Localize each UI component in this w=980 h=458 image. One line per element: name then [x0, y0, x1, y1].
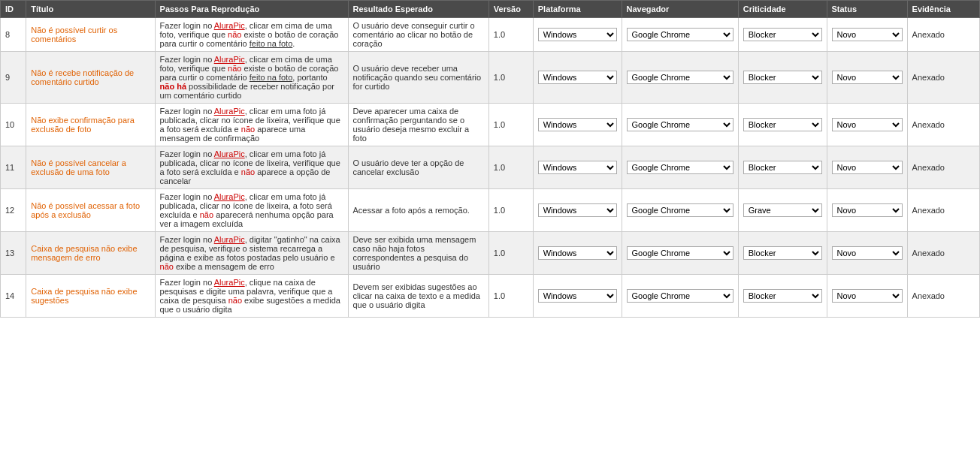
cell-titulo: Não é possível acessar a foto após a exc…	[26, 189, 155, 232]
plataforma-select[interactable]: WindowsMacLinuxAndroidiOS	[538, 118, 617, 131]
cell-navegador[interactable]: Google ChromeFirefoxSafariEdgeOpera	[622, 104, 738, 146]
cell-passos: Fazer login no AluraPic, clicar em uma f…	[155, 104, 348, 146]
cell-criticidade[interactable]: BlockerGraveModeradoLeve	[738, 232, 827, 275]
cell-id: 14	[1, 275, 26, 318]
table-row: 9Não é recebe notificação de comentário …	[1, 52, 980, 104]
cell-criticidade[interactable]: BlockerGraveModeradoLeve	[738, 146, 827, 189]
cell-navegador[interactable]: Google ChromeFirefoxSafariEdgeOpera	[622, 146, 738, 189]
cell-passos: Fazer login no AluraPic, digitar "gatinh…	[155, 232, 348, 275]
col-header-passos-para-reprodução: Passos Para Reprodução	[155, 1, 348, 18]
cell-titulo: Caixa de pesquisa não exibe mensagem de …	[26, 232, 155, 275]
col-header-status: Status	[827, 1, 907, 18]
criticidade-select[interactable]: BlockerGraveModeradoLeve	[743, 246, 822, 260]
navegador-select[interactable]: Google ChromeFirefoxSafariEdgeOpera	[627, 246, 733, 260]
cell-id: 9	[1, 52, 26, 104]
cell-versao: 1.0	[488, 18, 533, 52]
cell-titulo: Não exibe confirmação para exclusão de f…	[26, 104, 155, 146]
navegador-select[interactable]: Google ChromeFirefoxSafariEdgeOpera	[627, 71, 733, 84]
navegador-select[interactable]: Google ChromeFirefoxSafariEdgeOpera	[627, 28, 733, 41]
cell-criticidade[interactable]: BlockerGraveModeradoLeve	[738, 18, 827, 52]
cell-navegador[interactable]: Google ChromeFirefoxSafariEdgeOpera	[622, 18, 738, 52]
criticidade-select[interactable]: BlockerGraveModeradoLeve	[743, 161, 822, 174]
cell-evidencia: Anexado	[907, 18, 979, 52]
criticidade-select[interactable]: BlockerGraveModeradoLeve	[743, 289, 822, 303]
status-select[interactable]: NovoEm andamentoResolvidoFechado	[832, 246, 903, 260]
cell-versao: 1.0	[488, 189, 533, 232]
navegador-select[interactable]: Google ChromeFirefoxSafariEdgeOpera	[627, 118, 733, 131]
col-header-navegador: Navegador	[622, 1, 738, 18]
cell-criticidade[interactable]: BlockerGraveModeradoLeve	[738, 104, 827, 146]
cell-passos: Fazer login no AluraPic, clicar em cima …	[155, 52, 348, 104]
cell-evidencia: Anexado	[907, 189, 979, 232]
plataforma-select[interactable]: WindowsMacLinuxAndroidiOS	[538, 203, 617, 217]
col-header-evidência: Evidência	[907, 1, 979, 18]
cell-evidencia: Anexado	[907, 52, 979, 104]
cell-resultado: Deve aparecer uma caixa de confirmação p…	[348, 104, 488, 146]
cell-plataforma[interactable]: WindowsMacLinuxAndroidiOS	[533, 52, 622, 104]
cell-passos: Fazer login no AluraPic, clique na caixa…	[155, 275, 348, 318]
cell-evidencia: Anexado	[907, 104, 979, 146]
cell-plataforma[interactable]: WindowsMacLinuxAndroidiOS	[533, 189, 622, 232]
cell-id: 11	[1, 146, 26, 189]
cell-versao: 1.0	[488, 275, 533, 318]
cell-titulo: Não é recebe notificação de comentário c…	[26, 52, 155, 104]
cell-status[interactable]: NovoEm andamentoResolvidoFechado	[827, 146, 907, 189]
status-select[interactable]: NovoEm andamentoResolvidoFechado	[832, 71, 903, 84]
navegador-select[interactable]: Google ChromeFirefoxSafariEdgeOpera	[627, 289, 733, 303]
table-row: 14Caixa de pesquisa não exibe sugestõesF…	[1, 275, 980, 318]
criticidade-select[interactable]: BlockerGraveModeradoLeve	[743, 203, 822, 217]
cell-navegador[interactable]: Google ChromeFirefoxSafariEdgeOpera	[622, 232, 738, 275]
cell-plataforma[interactable]: WindowsMacLinuxAndroidiOS	[533, 275, 622, 318]
status-select[interactable]: NovoEm andamentoResolvidoFechado	[832, 289, 903, 303]
cell-status[interactable]: NovoEm andamentoResolvidoFechado	[827, 104, 907, 146]
cell-titulo: Não é possível cancelar a exclusão de um…	[26, 146, 155, 189]
cell-status[interactable]: NovoEm andamentoResolvidoFechado	[827, 52, 907, 104]
col-header-criticidade: Criticidade	[738, 1, 827, 18]
cell-criticidade[interactable]: BlockerGraveModeradoLeve	[738, 275, 827, 318]
cell-plataforma[interactable]: WindowsMacLinuxAndroidiOS	[533, 146, 622, 189]
cell-resultado: Acessar a foto após a remoção.	[348, 189, 488, 232]
cell-id: 12	[1, 189, 26, 232]
cell-plataforma[interactable]: WindowsMacLinuxAndroidiOS	[533, 104, 622, 146]
cell-evidencia: Anexado	[907, 232, 979, 275]
cell-evidencia: Anexado	[907, 146, 979, 189]
plataforma-select[interactable]: WindowsMacLinuxAndroidiOS	[538, 161, 617, 174]
cell-resultado: O usuário deve receber uma notificação q…	[348, 52, 488, 104]
cell-versao: 1.0	[488, 146, 533, 189]
cell-evidencia: Anexado	[907, 275, 979, 318]
status-select[interactable]: NovoEm andamentoResolvidoFechado	[832, 118, 903, 131]
col-header-plataforma: Plataforma	[533, 1, 622, 18]
col-header-título: Título	[26, 1, 155, 18]
cell-plataforma[interactable]: WindowsMacLinuxAndroidiOS	[533, 18, 622, 52]
cell-passos: Fazer login no AluraPic, clicar em uma f…	[155, 189, 348, 232]
plataforma-select[interactable]: WindowsMacLinuxAndroidiOS	[538, 289, 617, 303]
col-header-resultado-esperado: Resultado Esperado	[348, 1, 488, 18]
cell-status[interactable]: NovoEm andamentoResolvidoFechado	[827, 189, 907, 232]
plataforma-select[interactable]: WindowsMacLinuxAndroidiOS	[538, 246, 617, 260]
table-row: 10Não exibe confirmação para exclusão de…	[1, 104, 980, 146]
cell-criticidade[interactable]: BlockerGraveModeradoLeve	[738, 189, 827, 232]
cell-navegador[interactable]: Google ChromeFirefoxSafariEdgeOpera	[622, 275, 738, 318]
cell-status[interactable]: NovoEm andamentoResolvidoFechado	[827, 18, 907, 52]
status-select[interactable]: NovoEm andamentoResolvidoFechado	[832, 161, 903, 174]
navegador-select[interactable]: Google ChromeFirefoxSafariEdgeOpera	[627, 161, 733, 174]
cell-criticidade[interactable]: BlockerGraveModeradoLeve	[738, 52, 827, 104]
plataforma-select[interactable]: WindowsMacLinuxAndroidiOS	[538, 71, 617, 84]
plataforma-select[interactable]: WindowsMacLinuxAndroidiOS	[538, 28, 617, 41]
cell-status[interactable]: NovoEm andamentoResolvidoFechado	[827, 275, 907, 318]
cell-resultado: O usuário deve conseguir curtir o coment…	[348, 18, 488, 52]
cell-versao: 1.0	[488, 232, 533, 275]
table-row: 13Caixa de pesquisa não exibe mensagem d…	[1, 232, 980, 275]
cell-navegador[interactable]: Google ChromeFirefoxSafariEdgeOpera	[622, 189, 738, 232]
cell-resultado: Devem ser exibidas sugestões ao clicar n…	[348, 275, 488, 318]
status-select[interactable]: NovoEm andamentoResolvidoFechado	[832, 28, 903, 41]
cell-resultado: Deve ser exibida uma mensagem caso não h…	[348, 232, 488, 275]
status-select[interactable]: NovoEm andamentoResolvidoFechado	[832, 203, 903, 217]
criticidade-select[interactable]: BlockerGraveModeradoLeve	[743, 28, 822, 41]
cell-status[interactable]: NovoEm andamentoResolvidoFechado	[827, 232, 907, 275]
criticidade-select[interactable]: BlockerGraveModeradoLeve	[743, 118, 822, 131]
navegador-select[interactable]: Google ChromeFirefoxSafariEdgeOpera	[627, 203, 733, 217]
cell-navegador[interactable]: Google ChromeFirefoxSafariEdgeOpera	[622, 52, 738, 104]
cell-plataforma[interactable]: WindowsMacLinuxAndroidiOS	[533, 232, 622, 275]
criticidade-select[interactable]: BlockerGraveModeradoLeve	[743, 71, 822, 84]
